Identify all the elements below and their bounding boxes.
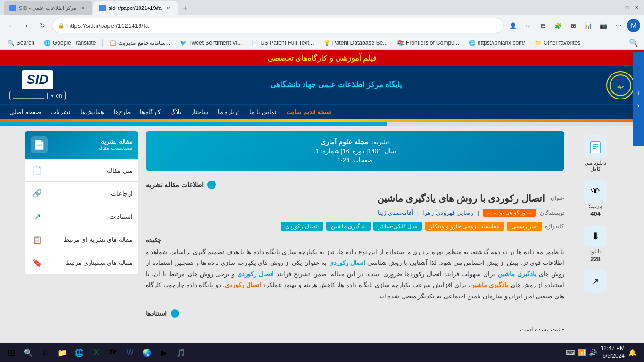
author-1-link[interactable]: آقامحمدی ژینا bbox=[378, 209, 413, 216]
bookmark-search[interactable]: 🔍 Search bbox=[4, 39, 38, 47]
sidebar-menu-related-journal[interactable]: مقاله های نشریه ای مرتبط 📋 bbox=[25, 228, 138, 251]
bookmark-6[interactable]: 💡 Patent Database Se... bbox=[320, 39, 391, 47]
notification-icon[interactable]: 🔔 bbox=[628, 349, 636, 356]
bookmark-4-favicon: 🐦 bbox=[180, 40, 187, 46]
settings-icon[interactable]: ⋯ bbox=[612, 19, 625, 32]
edge-profile-button[interactable]: M bbox=[627, 19, 640, 32]
abstract-label: چکیده bbox=[146, 237, 161, 244]
journal-info-line1: نشریه: مجله علوم آماری bbox=[153, 138, 557, 146]
authors-label: نویسندگان bbox=[540, 210, 564, 216]
taskbar-maps[interactable]: 🗺 bbox=[106, 345, 121, 360]
keyword-official-stats[interactable]: آمار رسمی bbox=[507, 222, 542, 231]
taskbar-excel[interactable]: X bbox=[89, 345, 104, 360]
address-bar[interactable]: 🔒 https://sid.ir/paper/1021419/fa bbox=[52, 18, 504, 33]
keyword-machine-learning[interactable]: یادگیری ماشین bbox=[326, 222, 371, 231]
download-counter: ⬇ دانلود 228 bbox=[584, 225, 607, 263]
taskbar-search[interactable]: 🔍 bbox=[21, 345, 36, 360]
nav-structure[interactable]: ساختار bbox=[191, 107, 208, 117]
separator2: | bbox=[417, 209, 419, 216]
taskbar-chrome[interactable]: 🌐 bbox=[72, 345, 87, 360]
nav-conferences[interactable]: همایش‌ها bbox=[80, 107, 104, 117]
bookmark-8[interactable]: 🌐 https://phlanx.com/ bbox=[465, 39, 529, 47]
star-icon[interactable]: ☆ bbox=[521, 19, 535, 32]
start-button[interactable]: ⊞ bbox=[4, 345, 19, 360]
sidebar-top-content: مقاله نشریه مشخصات مقاله 📄 bbox=[31, 136, 132, 153]
bookmark-8-favicon: 🌐 bbox=[469, 40, 476, 46]
sidebar-menu-references[interactable]: ارجاعات 🔗 bbox=[25, 182, 138, 205]
new-tab-button[interactable]: + bbox=[179, 2, 192, 15]
bookmark-8-label: https://phlanx.com/ bbox=[478, 40, 525, 46]
article-specs-label: مشخصات مقاله bbox=[98, 145, 132, 151]
nav-journals[interactable]: نشریات bbox=[50, 107, 71, 117]
profile-icon[interactable]: 👤 bbox=[506, 19, 520, 32]
screenshot-icon[interactable]: 📷 bbox=[597, 19, 610, 32]
taskbar-task-view[interactable]: ⊟ bbox=[38, 345, 53, 360]
maximize-button[interactable]: □ bbox=[623, 4, 631, 11]
search-page-icon[interactable]: 🔍 bbox=[627, 36, 640, 49]
bookmark-other-favorites[interactable]: 📁 Other favorites bbox=[531, 39, 585, 47]
site-title: پایگاه مرکز اطلاعات علمی جهاد دانشگاهی bbox=[270, 80, 402, 89]
tab-2[interactable]: sid.ir/paper/1021419/fa ✕ bbox=[93, 1, 178, 15]
article-info-header: اطلاعات مقاله نشریه bbox=[146, 181, 564, 189]
bookmark-4[interactable]: 🐦 Tweet Sentiment Vi... bbox=[176, 39, 246, 47]
sidebar-menu-citations[interactable]: استنادات ↗ bbox=[25, 205, 138, 228]
minimize-button[interactable]: ─ bbox=[614, 4, 621, 11]
collections-icon[interactable]: ⊟ bbox=[537, 19, 550, 32]
section-dot bbox=[207, 181, 216, 189]
share-button[interactable]: ↗ bbox=[584, 270, 607, 293]
nav-contact[interactable]: تماس با ما bbox=[249, 107, 277, 117]
gamebar-icon[interactable]: 📊 bbox=[582, 19, 595, 32]
tab-close-1[interactable]: ✕ bbox=[79, 4, 87, 12]
search-favicon: 🔍 bbox=[8, 40, 15, 46]
menu-ref-icon: 🔗 bbox=[31, 187, 44, 200]
menu-journal-label: مقاله های نشریه ای مرتبط bbox=[64, 236, 132, 243]
keyword-jaro-winkler[interactable]: مقایسات زوجی جارو و وینکلر bbox=[425, 222, 504, 231]
menu-seminar-icon: 🔖 bbox=[31, 256, 44, 269]
taskbar-word[interactable]: W bbox=[123, 345, 138, 360]
nav-blog[interactable]: بلاگ bbox=[170, 107, 182, 117]
journal-info-line2: سال: 1401| دوره: 16| شماره: 1: bbox=[153, 148, 557, 155]
nav-workshops[interactable]: کارگاه‌ها bbox=[140, 107, 161, 117]
download-label-text: دانلود bbox=[589, 248, 602, 255]
extensions-icon[interactable]: 🧩 bbox=[552, 19, 565, 32]
section-title: اطلاعات مقاله نشریه bbox=[146, 181, 204, 189]
cert-badge[interactable]: صدور گواهی نویسنده bbox=[483, 209, 536, 217]
refresh-button[interactable]: ↻ bbox=[36, 19, 49, 32]
keyword-fellegi-sunter[interactable]: مدل فلکی-سانتر bbox=[373, 222, 422, 231]
lang-chevron-icon: ▾ bbox=[51, 92, 54, 99]
bookmark-3[interactable]: 📋 سامانه جامع مدیریت... bbox=[106, 39, 174, 47]
bookmark-translate[interactable]: 🌐 Google Translate bbox=[40, 39, 99, 47]
taskbar-time[interactable]: 12:47 PM 6/5/2024 bbox=[601, 345, 625, 360]
nav-old-site[interactable]: نسخه قدیم سایت bbox=[286, 107, 331, 117]
taskbar-file-explorer[interactable]: 📁 bbox=[55, 345, 70, 360]
keyword-record-linkage[interactable]: اتصال رکوردی bbox=[281, 222, 323, 231]
author-2-link[interactable]: رضایی قهرودی زهرا bbox=[422, 209, 473, 216]
sidebar-menu-related-seminar[interactable]: مقاله های سمیناری مرتبط 🔖 bbox=[25, 251, 138, 274]
tab-1[interactable]: SID - مرکز اطلاعات علمی ✕ bbox=[4, 1, 92, 15]
bookmark-7[interactable]: 📚 Frontiers of Compu... bbox=[393, 39, 463, 47]
back-button[interactable]: ‹ bbox=[4, 19, 17, 32]
blue-panel-add-button[interactable]: + bbox=[634, 89, 643, 97]
forward-button[interactable]: › bbox=[20, 19, 33, 32]
sidebar-icon[interactable]: ⊞ bbox=[567, 19, 580, 32]
download-full-text-button[interactable]: دانلود متنکامل bbox=[584, 135, 607, 172]
tab-favicon-1 bbox=[9, 5, 16, 11]
taskbar-media[interactable]: ▶ bbox=[157, 345, 172, 360]
nav-plans[interactable]: طرح‌ها bbox=[114, 107, 131, 117]
window-controls: ─ □ ✕ bbox=[614, 4, 640, 11]
visit-label: بازدید: bbox=[589, 203, 602, 209]
nav-home[interactable]: صفحه اصلی bbox=[9, 107, 41, 117]
citation-note-area: • ثبت نشده است. bbox=[146, 321, 564, 331]
taskbar-music[interactable]: 🎵 bbox=[173, 345, 189, 360]
taskbar-edge[interactable]: 🌏 bbox=[140, 345, 155, 360]
close-button[interactable]: ✕ bbox=[633, 4, 640, 11]
bookmark-5[interactable]: 📄 US Patent Full-Text... bbox=[248, 39, 317, 47]
nav-about[interactable]: درباره ما bbox=[218, 107, 240, 117]
sidebar-menu-article-text[interactable]: متن مقاله 📄 bbox=[25, 159, 138, 182]
title-bar: SID - مرکز اطلاعات علمی ✕ sid.ir/paper/1… bbox=[0, 0, 644, 15]
blue-panel-arrow-icon[interactable]: › bbox=[634, 101, 643, 109]
tab-close-2[interactable]: ✕ bbox=[165, 4, 172, 12]
progress-bar bbox=[0, 122, 644, 126]
bookmark-3-label: سامانه جامع مدیریت... bbox=[118, 40, 170, 46]
lang-selector[interactable]: en ▾ ___________ bbox=[9, 91, 66, 100]
